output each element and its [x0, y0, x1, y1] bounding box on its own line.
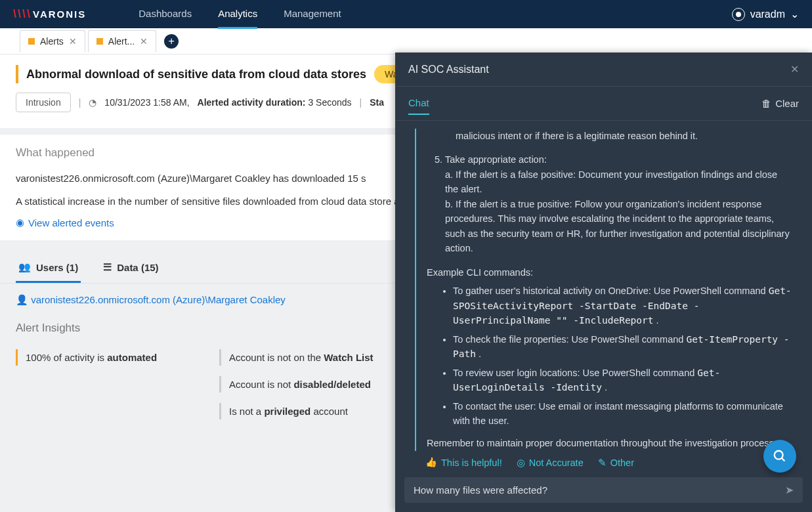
insight-privileged: Is not a privileged account	[219, 403, 423, 419]
data-icon: ☰	[103, 261, 112, 273]
tab-alerts[interactable]: Alerts✕	[20, 30, 85, 52]
clear-button[interactable]: 🗑Clear	[761, 98, 799, 109]
chat-input-container: ➤	[404, 477, 803, 503]
feedback-other[interactable]: ✎Other	[598, 457, 634, 468]
add-tab-button[interactable]: +	[164, 34, 179, 49]
user-icon: 👤	[16, 294, 28, 305]
insight-disabled: Account is not disabled/deleted	[219, 376, 423, 393]
user-menu[interactable]: varadm ⌄	[732, 8, 799, 21]
eye-icon: ◉	[16, 217, 24, 228]
target-icon: ◎	[517, 458, 525, 468]
users-icon: 👥	[18, 261, 31, 273]
assistant-title: AI SOC Assistant	[408, 64, 489, 75]
trash-icon: 🗑	[761, 98, 771, 109]
user-link[interactable]: varonistest226.onmicrosoft.com (Azure)\M…	[31, 294, 286, 305]
username: varadm	[750, 9, 785, 20]
close-icon[interactable]: ✕	[140, 36, 148, 47]
feedback-not-accurate[interactable]: ◎Not Accurate	[517, 457, 584, 468]
tab-data[interactable]: ☰Data (15)	[100, 253, 161, 283]
send-button[interactable]: ➤	[785, 484, 794, 496]
nav-management[interactable]: Management	[284, 0, 341, 29]
tab-users[interactable]: 👥Users (1)	[16, 253, 81, 283]
close-icon[interactable]: ✕	[69, 36, 77, 47]
tab-alert-detail[interactable]: Alert...✕	[88, 30, 156, 52]
thumbs-up-icon: 👍	[425, 457, 437, 468]
chat-input[interactable]	[414, 484, 785, 496]
nav-analytics[interactable]: Analytics	[218, 0, 257, 29]
chevron-down-icon: ⌄	[790, 8, 799, 20]
svg-point-0	[775, 451, 783, 459]
edit-icon: ✎	[598, 458, 607, 468]
assistant-panel: AI SOC Assistant ✕ Chat 🗑Clear malicious…	[395, 53, 812, 512]
search-fab[interactable]	[763, 440, 796, 473]
feedback-helpful[interactable]: 👍This is helpful!	[425, 457, 502, 468]
category-tag: Intrusion	[16, 93, 71, 112]
nav-dashboards[interactable]: Dashboards	[139, 0, 192, 29]
alert-title: Abnormal download of sensitive data from…	[26, 68, 366, 81]
top-nav: \\\\VARONIS Dashboards Analytics Managem…	[0, 0, 812, 28]
insight-watchlist: Account is not on the Watch List	[219, 349, 423, 366]
logo: \\\\VARONIS	[13, 7, 86, 21]
chat-tab[interactable]: Chat	[408, 92, 429, 115]
search-icon	[773, 449, 787, 463]
user-icon	[732, 8, 745, 21]
chat-body: malicious intent or if there is a legiti…	[395, 121, 812, 457]
clock-icon: ◔	[89, 97, 96, 108]
close-panel-button[interactable]: ✕	[790, 63, 799, 75]
tab-bar: Alerts✕ Alert...✕ +	[0, 28, 812, 54]
svg-line-1	[782, 458, 785, 461]
insight-automated: 100% of activity is automated	[16, 349, 219, 366]
